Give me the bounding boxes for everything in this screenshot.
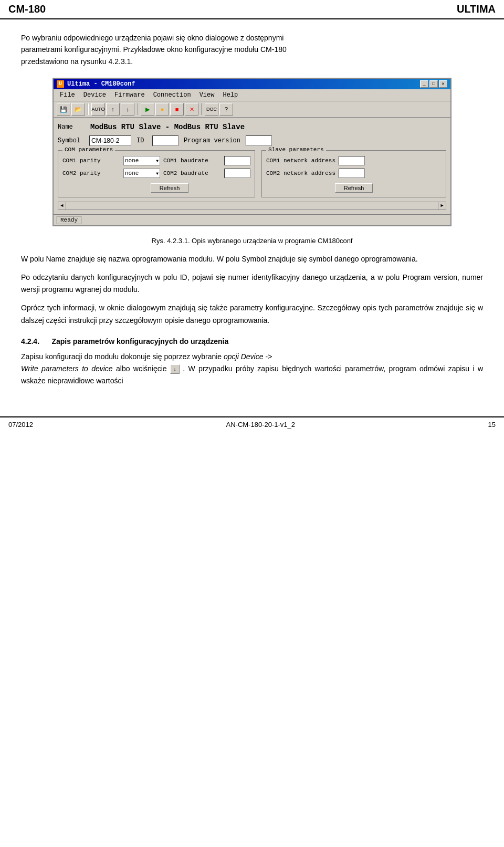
com2-parity-dropdown[interactable]: none ▼	[123, 169, 160, 178]
menu-help[interactable]: Help	[218, 90, 242, 100]
scrollbar-area: ◄ ►	[58, 202, 446, 210]
dialog-titlebar: U Ultima - CM180conf _ □ ✕	[54, 79, 450, 89]
header-left: CM-180	[8, 3, 46, 15]
slave-com1-row: COM1 network address	[266, 156, 442, 165]
statusbar: Ready	[54, 214, 450, 225]
name-row: Name ModBus RTU Slave - ModBus RTU Slave	[58, 122, 446, 132]
menu-view[interactable]: View	[195, 90, 219, 100]
com1-parity-dropdown[interactable]: none ▼	[123, 156, 160, 165]
dialog-toolbar: 💾 📂 AUTO ↑ ↓ ▶ ● ■ ✕ DOC ?	[54, 101, 450, 118]
toolbar-btn10[interactable]: DOC	[205, 103, 218, 116]
com1-parity-row: COM1 parity none ▼ COM1 baudrate	[62, 156, 250, 165]
status-text: Ready	[57, 216, 81, 224]
menu-firmware[interactable]: Firmware	[110, 90, 149, 100]
slave-com1-input[interactable]	[339, 156, 365, 165]
symbol-label: Symbol	[58, 137, 84, 144]
close-button[interactable]: ✕	[439, 80, 447, 88]
symbol-row: Symbol ID Program version	[58, 135, 446, 146]
com2-parity-value: none	[125, 170, 139, 176]
com-refresh-button[interactable]: Refresh	[151, 183, 189, 193]
dialog-title-left: U Ultima - CM180conf	[57, 80, 135, 88]
intro-paragraph: Po wybraniu odpowiedniego urządzenia poj…	[21, 32, 483, 67]
dialog-menubar: File Device Firmware Connection View Hel…	[54, 89, 450, 101]
com1-baudrate-input[interactable]	[224, 156, 250, 165]
toolbar-btn3[interactable]: AUTO	[91, 103, 105, 116]
slave-com1-label: COM1 network address	[266, 158, 335, 164]
toolbar-save-btn[interactable]: 💾	[57, 103, 70, 116]
toolbar-open-btn[interactable]: 📂	[71, 103, 85, 116]
menu-file[interactable]: File	[56, 90, 79, 100]
toolbar-sep1	[88, 103, 89, 115]
groups-row: COM parameters COM1 parity none ▼ COM1 b…	[58, 150, 446, 197]
toolbar-btn4[interactable]: ↑	[106, 103, 120, 116]
dialog-app-icon: U	[57, 80, 64, 88]
header-right: ULTIMA	[457, 3, 496, 15]
maximize-button[interactable]: □	[429, 80, 438, 88]
scroll-left-btn[interactable]: ◄	[58, 202, 66, 210]
dialog-body: Name ModBus RTU Slave - ModBus RTU Slave…	[54, 118, 450, 214]
paragraph-4: Zapisu konfiguracji do modułu dokonuje s…	[21, 351, 483, 387]
toolbar-sep3	[201, 103, 202, 115]
progver-label: Program version	[184, 137, 240, 144]
com2-baudrate-input[interactable]	[224, 169, 250, 178]
scroll-right-btn[interactable]: ►	[438, 202, 446, 210]
com1-parity-value: none	[125, 158, 139, 164]
progver-input[interactable]	[246, 135, 272, 146]
toolbar-btn5[interactable]: ↓	[121, 103, 134, 116]
com1-baudrate-label: COM1 baudrate	[163, 158, 221, 164]
paragraph-1: W polu Name znajduje się nazwa oprogramo…	[21, 253, 483, 265]
slave-parameters-group: Slave parameters COM1 network address CO…	[261, 150, 446, 197]
slave-group-title: Slave parameters	[266, 147, 326, 153]
footer-right: 15	[488, 421, 496, 428]
dialog-caption: Rys. 4.2.3.1. Opis wybranego urządzenia …	[21, 237, 483, 245]
toolbar-btn7[interactable]: ●	[155, 103, 169, 116]
section-title: Zapis parametrów konfiguracyjnych do urz…	[51, 337, 228, 346]
footer-center: AN-CM-180-20-1-v1_2	[226, 421, 296, 428]
slave-refresh-button[interactable]: Refresh	[335, 183, 373, 193]
minimize-button[interactable]: _	[420, 80, 428, 88]
menu-device[interactable]: Device	[79, 90, 110, 100]
com2-parity-label: COM2 parity	[62, 170, 120, 176]
com-parameters-group: COM parameters COM1 parity none ▼ COM1 b…	[58, 150, 255, 197]
section-heading: 4.2.4. Zapis parametrów konfiguracyjnych…	[21, 337, 483, 346]
com-refresh-container: Refresh	[62, 181, 250, 193]
page-footer: 07/2012 AN-CM-180-20-1-v1_2 15	[0, 416, 504, 432]
name-label: Name	[58, 123, 84, 131]
slave-com2-label: COM2 network address	[266, 170, 335, 176]
com2-parity-row: COM2 parity none ▼ COM2 baudrate	[62, 169, 250, 178]
paragraph-3: Oprócz tych informacji, w oknie dialogow…	[21, 302, 483, 326]
horizontal-scrollbar[interactable]	[66, 202, 438, 210]
id-input[interactable]	[152, 135, 178, 146]
com-group-title: COM parameters	[62, 147, 115, 153]
toolbar-sep2	[137, 103, 138, 115]
dialog-title-text: Ultima - CM180conf	[67, 80, 135, 88]
page-header: CM-180 ULTIMA	[0, 0, 504, 19]
menu-connection[interactable]: Connection	[149, 90, 195, 100]
toolbar-btn8[interactable]: ■	[170, 103, 184, 116]
footer-left: 07/2012	[8, 421, 33, 428]
section-number: 4.2.4.	[21, 337, 39, 346]
com1-parity-arrow: ▼	[156, 159, 159, 163]
com2-parity-arrow: ▼	[156, 171, 159, 176]
symbol-input[interactable]	[89, 135, 131, 146]
paragraph-2: Po odczytaniu danych konfiguracyjnych w …	[21, 271, 483, 296]
com2-baudrate-label: COM2 baudrate	[163, 170, 221, 176]
write-params-icon: ↓	[170, 364, 180, 374]
toolbar-btn6[interactable]: ▶	[141, 103, 154, 116]
slave-com2-input[interactable]	[339, 169, 365, 178]
slave-refresh-container: Refresh	[266, 181, 442, 193]
toolbar-btn9[interactable]: ✕	[185, 103, 198, 116]
toolbar-btn11[interactable]: ?	[219, 103, 233, 116]
id-label: ID	[136, 137, 147, 144]
slave-com2-row: COM2 network address	[266, 169, 442, 178]
name-value: ModBus RTU Slave - ModBus RTU Slave	[87, 122, 297, 132]
com1-parity-label: COM1 parity	[62, 158, 120, 164]
main-content: Po wybraniu odpowiedniego urządzenia poj…	[0, 19, 504, 406]
dialog-window: U Ultima - CM180conf _ □ ✕ File Device F…	[52, 78, 452, 226]
dialog-titlebar-buttons: _ □ ✕	[420, 80, 447, 88]
